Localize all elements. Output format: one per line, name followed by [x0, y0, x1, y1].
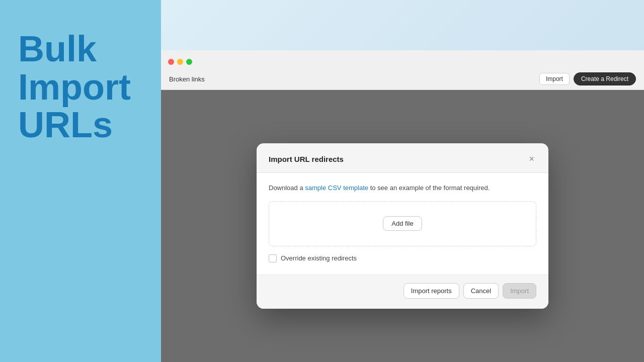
csv-template-link[interactable]: sample CSV template: [305, 184, 368, 192]
modal-title: Import URL redirects: [269, 155, 344, 163]
nav-page-title: Broken links: [169, 75, 205, 83]
left-panel: Bulk Import URLs: [0, 0, 161, 362]
browser-window: Broken links Import Create a Redirect Im…: [161, 50, 644, 362]
modal-close-button[interactable]: ×: [527, 153, 536, 164]
nav-actions: Import Create a Redirect: [539, 72, 636, 85]
browser-titlebar: [161, 50, 644, 68]
browser-content: Import URL redirects × Download a sample…: [161, 90, 644, 362]
browser-chrome: Broken links Import Create a Redirect: [161, 50, 644, 90]
modal-description: Download a sample CSV template to see an…: [269, 183, 536, 193]
cancel-button[interactable]: Cancel: [463, 283, 499, 299]
page-title: Bulk Import URLs: [18, 30, 131, 144]
override-checkbox[interactable]: [269, 254, 277, 262]
browser-navbar: Broken links Import Create a Redirect: [161, 68, 644, 89]
import-button[interactable]: Import: [539, 73, 570, 85]
modal-body: Download a sample CSV template to see an…: [257, 173, 548, 275]
import-modal: Import URL redirects × Download a sample…: [257, 143, 548, 309]
override-checkbox-row: Override existing redirects: [269, 254, 536, 264]
override-checkbox-label: Override existing redirects: [281, 254, 357, 262]
traffic-light-red[interactable]: [168, 59, 174, 65]
top-bar: [161, 0, 644, 50]
import-button-modal: Import: [503, 283, 536, 299]
traffic-lights: [168, 59, 192, 65]
right-area: Broken links Import Create a Redirect Im…: [161, 0, 644, 362]
create-redirect-button[interactable]: Create a Redirect: [574, 72, 636, 85]
file-dropzone[interactable]: Add file: [269, 201, 536, 246]
traffic-light-green[interactable]: [186, 59, 192, 65]
add-file-button[interactable]: Add file: [383, 216, 422, 231]
traffic-light-yellow[interactable]: [177, 59, 183, 65]
modal-header: Import URL redirects ×: [257, 143, 548, 173]
import-reports-button[interactable]: Import reports: [404, 283, 459, 299]
modal-overlay: Import URL redirects × Download a sample…: [161, 90, 644, 362]
modal-footer: Import reports Cancel Import: [257, 275, 548, 309]
